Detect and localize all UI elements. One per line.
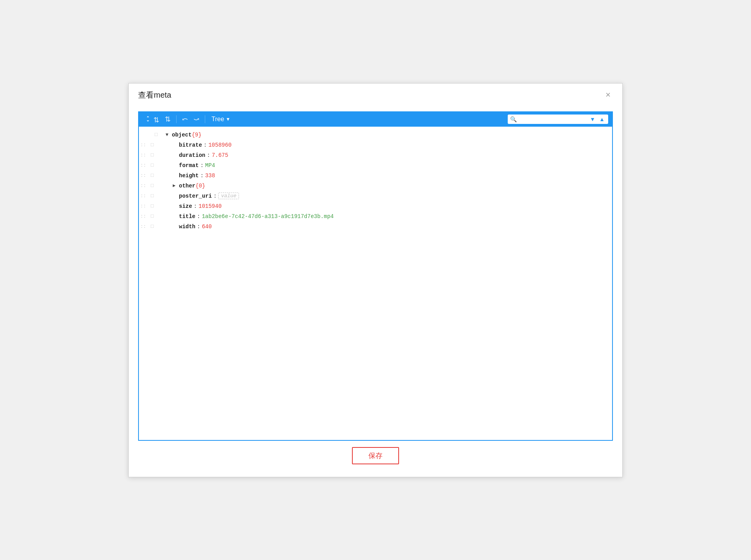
copy-btn[interactable]: □ bbox=[148, 203, 157, 209]
item-value: 338 bbox=[205, 173, 215, 179]
save-button[interactable]: 保存 bbox=[352, 447, 399, 464]
item-type: {0} bbox=[195, 183, 205, 189]
redo-button[interactable]: ⤻ bbox=[192, 115, 201, 124]
item-key: height bbox=[179, 173, 199, 179]
item-value: MP4 bbox=[205, 162, 215, 169]
other-toggle[interactable]: ► bbox=[173, 183, 179, 189]
item-key: poster_uri bbox=[179, 193, 212, 199]
copy-btn[interactable]: □ bbox=[148, 183, 157, 189]
drag-handle-icon: :: bbox=[139, 153, 148, 158]
toolbar-separator bbox=[176, 115, 177, 123]
close-button[interactable]: × bbox=[603, 90, 613, 100]
tree-dropdown-label: Tree bbox=[211, 116, 224, 123]
table-row: :: □ size : 1015940 bbox=[139, 201, 612, 211]
copy-btn[interactable]: □ bbox=[148, 142, 157, 148]
item-value: 640 bbox=[202, 224, 211, 230]
table-row: :: □ title : 1ab2be6e-7c42-47d6-a313-a9c… bbox=[139, 211, 612, 222]
colon: : bbox=[213, 193, 217, 199]
colon: : bbox=[194, 203, 197, 209]
copy-btn[interactable]: □ bbox=[148, 162, 157, 168]
item-value: 7.675 bbox=[212, 152, 228, 158]
drag-handle-icon: :: bbox=[139, 193, 148, 199]
colon: : bbox=[200, 162, 203, 169]
copy-btn[interactable]: □ bbox=[148, 173, 157, 178]
undo-button[interactable]: ⤺ bbox=[180, 115, 190, 124]
table-row: :: □ format : MP4 bbox=[139, 160, 612, 171]
drag-handle-icon: :: bbox=[139, 142, 148, 148]
dialog-body: ⇅ ⇅ ⤺ ⤻ Tree ▼ 🔍 ▼ ▲ bbox=[129, 105, 622, 477]
search-icon: 🔍 bbox=[510, 116, 517, 122]
expand-all-button[interactable]: ⇅ bbox=[143, 115, 161, 124]
json-content: □ ▼ object {9} :: □ bitrate : 1058960 bbox=[139, 127, 612, 235]
json-toolbar: ⇅ ⇅ ⤺ ⤻ Tree ▼ 🔍 ▼ ▲ bbox=[139, 112, 612, 127]
root-row: □ ▼ object {9} bbox=[139, 130, 612, 140]
table-row: :: □ duration : 7.675 bbox=[139, 150, 612, 160]
colon: : bbox=[197, 224, 200, 230]
root-key: object bbox=[172, 132, 191, 138]
save-btn-container: 保存 bbox=[138, 441, 613, 467]
table-row: :: □ ► other {0} bbox=[139, 181, 612, 191]
item-value: 1015940 bbox=[199, 203, 222, 209]
dropdown-arrow-icon: ▼ bbox=[226, 116, 230, 122]
copy-btn[interactable]: □ bbox=[148, 213, 157, 219]
drag-handle-icon: :: bbox=[139, 173, 148, 178]
root-copy-btn[interactable]: □ bbox=[151, 132, 161, 138]
json-viewer: ⇅ ⇅ ⤺ ⤻ Tree ▼ 🔍 ▼ ▲ bbox=[138, 111, 613, 441]
item-key: size bbox=[179, 203, 192, 209]
table-row: :: □ bitrate : 1058960 bbox=[139, 140, 612, 150]
search-up-button[interactable]: ▲ bbox=[598, 116, 606, 123]
tree-dropdown[interactable]: Tree ▼ bbox=[209, 115, 233, 124]
item-key: format bbox=[179, 162, 199, 169]
table-row: :: □ width : 640 bbox=[139, 222, 612, 232]
search-down-button[interactable]: ▼ bbox=[589, 116, 596, 123]
root-toggle[interactable]: ▼ bbox=[166, 132, 172, 138]
drag-handle-icon: :: bbox=[139, 204, 148, 209]
table-row: :: □ height : 338 bbox=[139, 171, 612, 181]
collapse-all-button[interactable]: ⇅ bbox=[163, 115, 172, 124]
item-key: duration bbox=[179, 152, 205, 158]
colon: : bbox=[207, 152, 210, 158]
item-value: 1058960 bbox=[208, 142, 231, 148]
colon: : bbox=[204, 142, 207, 148]
copy-btn[interactable]: □ bbox=[148, 193, 157, 199]
item-key: width bbox=[179, 224, 195, 230]
search-box: 🔍 ▼ ▲ bbox=[508, 115, 608, 124]
copy-btn[interactable]: □ bbox=[148, 224, 157, 229]
item-value-empty: value bbox=[218, 193, 239, 199]
search-input[interactable] bbox=[518, 116, 587, 122]
dialog: 查看meta × ⇅ ⇅ ⤺ ⤻ Tree ▼ bbox=[128, 83, 623, 477]
item-key: bitrate bbox=[179, 142, 202, 148]
dialog-title: 查看meta bbox=[138, 90, 171, 100]
root-type: {9} bbox=[191, 132, 201, 138]
item-key: other bbox=[179, 183, 195, 189]
toolbar-separator2 bbox=[205, 115, 205, 123]
drag-handle-icon: :: bbox=[139, 214, 148, 219]
drag-handle-icon: :: bbox=[139, 163, 148, 168]
copy-btn[interactable]: □ bbox=[148, 152, 157, 158]
table-row: :: □ poster_uri : value bbox=[139, 191, 612, 201]
dialog-header: 查看meta × bbox=[129, 84, 622, 105]
item-key: title bbox=[179, 213, 195, 220]
drag-handle-icon: :: bbox=[139, 224, 148, 229]
drag-handle-icon: :: bbox=[139, 183, 148, 189]
item-value: 1ab2be6e-7c42-47d6-a313-a9c1917d7e3b.mp4 bbox=[202, 213, 334, 220]
colon: : bbox=[200, 173, 203, 179]
colon: : bbox=[197, 213, 200, 220]
